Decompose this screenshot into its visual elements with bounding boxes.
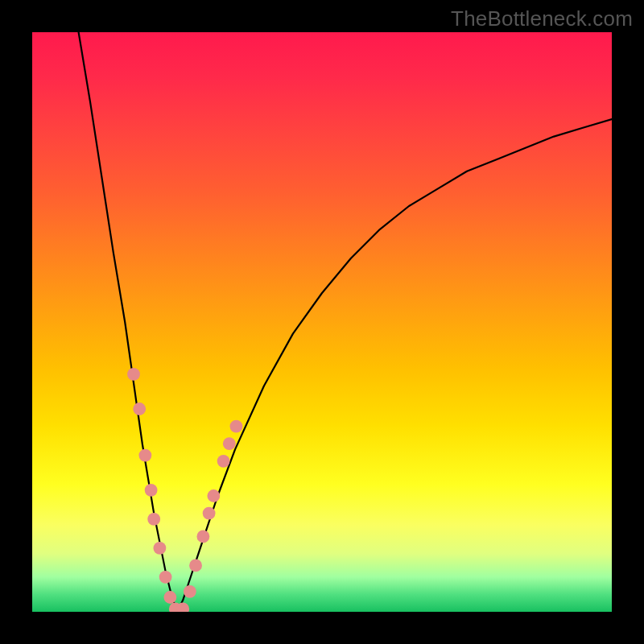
marker-dot [207, 489, 220, 502]
marker-dot [145, 484, 158, 497]
marker-dot [196, 530, 209, 543]
marker-dot [184, 585, 196, 598]
marker-dot [127, 368, 140, 381]
marker-dot [163, 591, 176, 604]
marker-dot [159, 571, 172, 584]
marker-dot [189, 559, 202, 572]
plot-area [32, 32, 612, 612]
chart-svg [32, 32, 612, 612]
marker-dot [230, 420, 243, 433]
chart-frame: TheBottleneck.com [0, 0, 644, 644]
series-curve-left [79, 32, 177, 612]
marker-dot [138, 449, 151, 462]
marker-dot [223, 437, 236, 450]
marker-dot [203, 507, 216, 520]
marker-dot [153, 542, 166, 555]
marker-dot [133, 402, 146, 415]
marker-dot [217, 455, 230, 468]
watermark-text: TheBottleneck.com [451, 6, 633, 31]
marker-dot [147, 513, 160, 526]
series-curve-right [177, 119, 612, 612]
